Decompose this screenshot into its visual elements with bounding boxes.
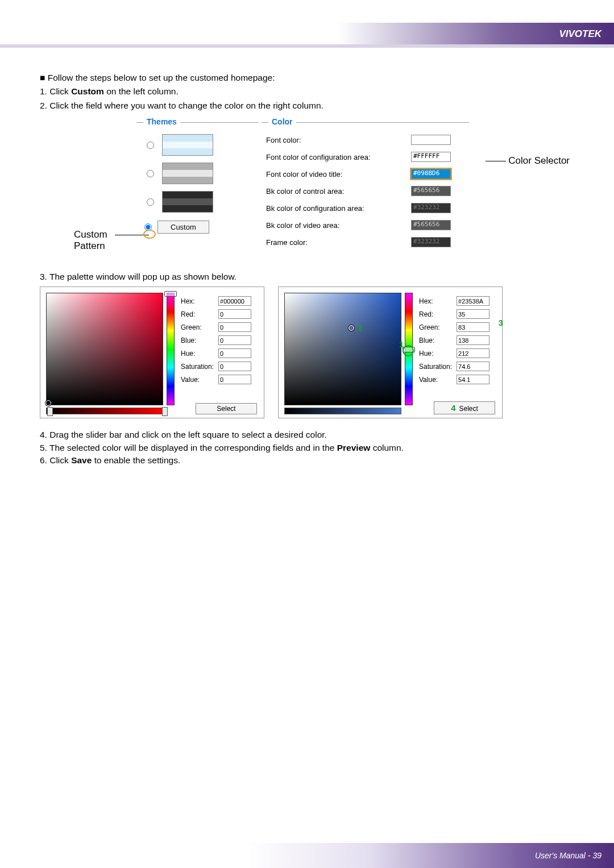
sv-area[interactable]: 2 bbox=[284, 293, 401, 405]
label: Font color of configuration area: bbox=[263, 149, 406, 165]
swatch-bk-config[interactable]: #323232 bbox=[411, 203, 451, 213]
l: Hex: bbox=[417, 295, 454, 307]
value-slider-handle[interactable] bbox=[47, 407, 53, 416]
red-input[interactable] bbox=[457, 309, 489, 319]
value-slider[interactable] bbox=[46, 408, 163, 414]
select-button[interactable]: 4Select bbox=[434, 401, 495, 414]
theme-radio-1[interactable] bbox=[147, 142, 154, 149]
swatch-bk-control[interactable]: #565656 bbox=[411, 186, 451, 196]
theme-thumb-2 bbox=[162, 163, 213, 184]
color-row-bk-control: Bk color of control area: #565656 bbox=[263, 183, 468, 199]
label: Bk color of control area: bbox=[263, 183, 406, 199]
theme-row-3[interactable] bbox=[136, 188, 259, 216]
swatch-frame[interactable]: #323232 bbox=[411, 237, 451, 247]
l: Blue: bbox=[417, 334, 454, 346]
t: to enable the settings. bbox=[92, 455, 180, 465]
themes-color-screenshot: Custom Pattern Themes bbox=[80, 117, 534, 256]
t: Save bbox=[71, 455, 92, 465]
color-table: Font color: Font color of configuration … bbox=[262, 131, 469, 251]
swatch-font-color[interactable] bbox=[411, 135, 451, 145]
green-input[interactable] bbox=[457, 322, 489, 332]
theme-thumb-1 bbox=[162, 134, 213, 156]
sv-cursor[interactable] bbox=[45, 400, 51, 406]
theme-thumb-3 bbox=[162, 191, 213, 213]
sv-cursor[interactable] bbox=[349, 325, 354, 331]
hue-handle[interactable] bbox=[164, 291, 177, 297]
t: Custom Pattern bbox=[74, 229, 114, 252]
palette-left: Hex: Red: Green: Blue: Hue: Saturation: … bbox=[40, 286, 264, 418]
step5: 5. The selected color will be displayed … bbox=[40, 442, 574, 454]
t: 1. Click bbox=[40, 86, 71, 96]
theme-row-2[interactable] bbox=[136, 159, 259, 188]
label: Bk color of video area: bbox=[263, 217, 406, 233]
value-slider[interactable] bbox=[284, 408, 401, 414]
hue-slider[interactable] bbox=[167, 293, 175, 405]
t: 5. The selected color will be displayed … bbox=[40, 443, 337, 452]
sv-area[interactable] bbox=[46, 293, 163, 405]
value-slider-handle-end[interactable] bbox=[162, 407, 168, 416]
t: column. bbox=[370, 443, 404, 452]
blue-input[interactable] bbox=[218, 335, 251, 345]
step4: 4. Drag the slider bar and click on the … bbox=[40, 429, 574, 441]
val-input[interactable] bbox=[457, 375, 489, 384]
readouts: Hex: Red: Green: Blue: Hue: Saturation: … bbox=[178, 294, 258, 414]
select-button[interactable]: Select bbox=[196, 403, 257, 414]
color-fieldset: Color Font color: Font color of configur… bbox=[262, 122, 469, 251]
palette-right: 2 1 Hex: Red: Green: Blue: Hue: Saturati… bbox=[278, 286, 503, 418]
t: Color Selector bbox=[508, 155, 570, 166]
l: Blue: bbox=[179, 334, 215, 346]
label: Font color of video title: bbox=[263, 166, 406, 182]
color-legend: Color bbox=[268, 117, 296, 126]
annotation-3: 3 bbox=[499, 318, 503, 327]
blue-input[interactable] bbox=[457, 335, 489, 345]
hex-input[interactable] bbox=[457, 296, 489, 306]
sat-input[interactable] bbox=[457, 362, 489, 371]
page-header: VIVOTEK bbox=[0, 0, 614, 44]
color-row-font-config: Font color of configuration area: #FFFFF… bbox=[263, 149, 468, 165]
theme-radio-custom[interactable] bbox=[144, 223, 152, 231]
callout-custom-pattern: Custom Pattern bbox=[74, 229, 114, 252]
callout-color-selector: Color Selector bbox=[508, 155, 570, 167]
color-row-font-video: Font color of video title: #098BD6 bbox=[263, 166, 468, 182]
readouts: Hex: Red: Green: Blue: Hue: Saturation: … bbox=[416, 294, 496, 414]
t: Custom bbox=[71, 86, 104, 96]
theme-radio-2[interactable] bbox=[147, 170, 154, 177]
l: Green: bbox=[179, 321, 215, 333]
theme-radio-3[interactable] bbox=[147, 198, 154, 206]
callout-line bbox=[486, 161, 506, 161]
hex-input[interactable] bbox=[218, 296, 251, 306]
l: Saturation: bbox=[179, 360, 215, 372]
steps-bottom: 4. Drag the slider bar and click on the … bbox=[40, 429, 574, 467]
swatch-font-config[interactable]: #FFFFFF bbox=[411, 152, 451, 162]
red-input[interactable] bbox=[218, 309, 251, 319]
l: Value: bbox=[417, 373, 454, 385]
label: Frame color: bbox=[263, 234, 406, 250]
l: Value: bbox=[179, 373, 215, 385]
green-input[interactable] bbox=[218, 322, 251, 332]
t: User's Manual - bbox=[535, 851, 592, 860]
header-divider bbox=[0, 44, 614, 48]
sat-input[interactable] bbox=[218, 362, 251, 371]
themes-legend: Themes bbox=[143, 117, 180, 126]
swatch-font-video[interactable]: #098BD6 bbox=[411, 169, 451, 179]
t: 6. Click bbox=[40, 455, 71, 465]
val-input[interactable] bbox=[218, 375, 251, 384]
footer-stripe bbox=[0, 843, 614, 868]
intro-bullet: ■ Follow the steps below to set up the c… bbox=[40, 72, 574, 84]
theme-custom-label: Custom bbox=[157, 221, 209, 234]
step6: 6. Click Save to enable the settings. bbox=[40, 454, 574, 467]
hue-input[interactable] bbox=[457, 348, 489, 358]
themes-fieldset: Themes bbox=[136, 122, 259, 250]
hue-input[interactable] bbox=[218, 348, 251, 358]
footer-text: User's Manual - 39 bbox=[535, 851, 601, 860]
annotation-2: 2 bbox=[358, 323, 362, 333]
theme-row-1[interactable] bbox=[136, 131, 259, 159]
color-row-bk-config: Bk color of configuration area: #323232 bbox=[263, 200, 468, 216]
t: Preview bbox=[337, 443, 371, 452]
page-number: 39 bbox=[592, 851, 601, 860]
step3-text: 3. The palette window will pop up as sho… bbox=[40, 272, 574, 282]
brand-label: VIVOTEK bbox=[559, 28, 601, 40]
swatch-bk-video[interactable]: #565656 bbox=[411, 220, 451, 230]
theme-row-custom[interactable]: Custom bbox=[136, 221, 259, 234]
l: Saturation: bbox=[417, 360, 454, 372]
